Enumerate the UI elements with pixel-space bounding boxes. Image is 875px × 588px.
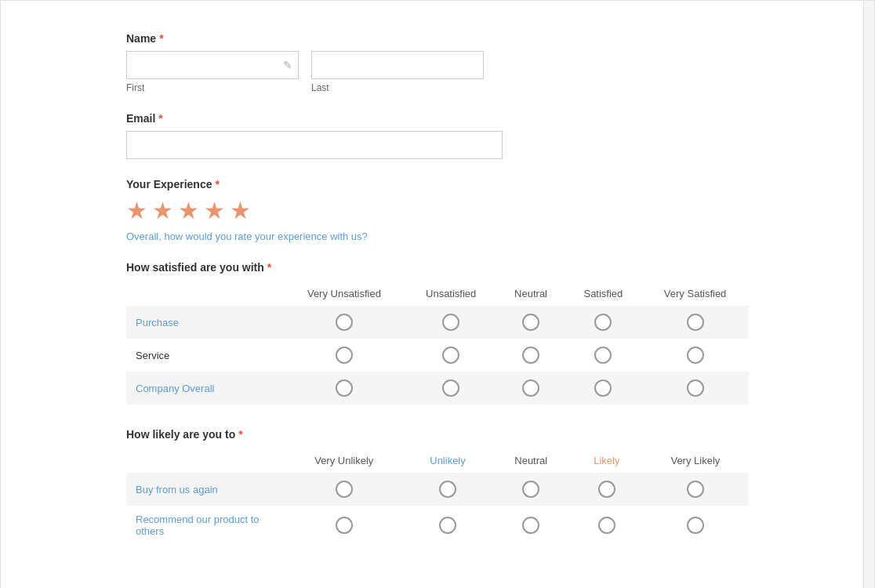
row-label-buy-again: Buy from us again bbox=[126, 473, 283, 506]
recommend-likely-radio[interactable] bbox=[598, 517, 615, 534]
buy-neutral-radio[interactable] bbox=[522, 481, 539, 498]
purchase-unsatisfied-cell bbox=[405, 306, 497, 339]
service-satisfied-cell bbox=[565, 339, 642, 372]
service-satisfied-radio[interactable] bbox=[594, 347, 612, 364]
star-5[interactable]: ★ bbox=[230, 197, 251, 224]
purchase-unsatisfied-radio[interactable] bbox=[442, 314, 459, 331]
row-label-service: Service bbox=[126, 339, 283, 372]
row-label-recommend: Recommend our product to others bbox=[126, 506, 283, 545]
likelihood-col-very-likely: Very Likely bbox=[642, 448, 749, 473]
recommend-unlikely-radio[interactable] bbox=[439, 517, 456, 534]
first-name-wrapper: ✎ bbox=[126, 51, 299, 79]
first-name-sublabel: First bbox=[126, 82, 299, 93]
company-satisfied-cell bbox=[565, 372, 642, 405]
email-input[interactable] bbox=[126, 131, 503, 159]
company-unsatisfied-cell bbox=[405, 372, 497, 405]
recommend-very-unlikely-cell bbox=[283, 506, 405, 545]
likelihood-table: Very Unlikely Unlikely Neutral Likely Ve… bbox=[126, 448, 749, 545]
service-unsatisfied-cell bbox=[405, 339, 497, 372]
service-very-unsatisfied-cell bbox=[283, 339, 405, 372]
stars-row: ★ ★ ★ ★ ★ bbox=[126, 197, 749, 224]
satisfaction-col-very-satisfied: Very Satisfied bbox=[641, 281, 749, 306]
satisfaction-col-label bbox=[126, 281, 283, 306]
purchase-neutral-radio[interactable] bbox=[522, 314, 539, 331]
service-very-unsatisfied-radio[interactable] bbox=[336, 347, 353, 364]
purchase-satisfied-radio[interactable] bbox=[594, 314, 612, 331]
company-very-unsatisfied-cell bbox=[283, 372, 405, 405]
likelihood-header-row: Very Unlikely Unlikely Neutral Likely Ve… bbox=[126, 448, 749, 473]
company-neutral-radio[interactable] bbox=[522, 379, 539, 397]
satisfaction-col-very-unsatisfied: Very Unsatisfied bbox=[283, 281, 405, 306]
recommend-unlikely-cell bbox=[405, 506, 491, 545]
first-name-input[interactable] bbox=[126, 51, 299, 79]
likelihood-col-unlikely: Unlikely bbox=[405, 448, 491, 473]
recommend-very-likely-radio[interactable] bbox=[687, 517, 704, 534]
star-1[interactable]: ★ bbox=[126, 197, 147, 224]
recommend-neutral-radio[interactable] bbox=[522, 517, 539, 534]
email-label: Email * bbox=[126, 112, 749, 125]
service-very-satisfied-cell bbox=[641, 339, 749, 372]
purchase-neutral-cell bbox=[497, 306, 565, 339]
scrollbar[interactable] bbox=[863, 1, 874, 588]
name-required-star: * bbox=[159, 32, 163, 45]
recommend-very-likely-cell bbox=[642, 506, 749, 545]
satisfaction-table: Very Unsatisfied Unsatisfied Neutral Sat… bbox=[126, 281, 749, 405]
name-label: Name * bbox=[126, 32, 749, 45]
purchase-very-unsatisfied-radio[interactable] bbox=[336, 314, 353, 331]
buy-very-unlikely-radio[interactable] bbox=[336, 481, 353, 498]
recommend-neutral-cell bbox=[491, 506, 572, 545]
last-name-field: Last bbox=[311, 51, 484, 93]
row-label-purchase: Purchase bbox=[126, 306, 283, 339]
service-neutral-radio[interactable] bbox=[522, 347, 539, 364]
buy-very-unlikely-cell bbox=[283, 473, 405, 506]
satisfaction-col-neutral: Neutral bbox=[497, 281, 565, 306]
likelihood-label: How likely are you to * bbox=[126, 428, 749, 441]
buy-very-likely-radio[interactable] bbox=[687, 481, 704, 498]
table-row: Recommend our product to others bbox=[126, 506, 749, 545]
buy-unlikely-radio[interactable] bbox=[439, 481, 456, 498]
table-row: Company Overall bbox=[126, 372, 749, 405]
experience-hint: Overall, how would you rate your experie… bbox=[126, 230, 749, 242]
buy-unlikely-cell bbox=[405, 473, 491, 506]
service-unsatisfied-radio[interactable] bbox=[442, 347, 459, 364]
buy-very-likely-cell bbox=[642, 473, 749, 506]
table-row: Buy from us again bbox=[126, 473, 749, 506]
likelihood-section: How likely are you to * Very Unlikely Un… bbox=[126, 428, 749, 545]
purchase-very-satisfied-radio[interactable] bbox=[687, 314, 704, 331]
likelihood-col-likely: Likely bbox=[572, 448, 642, 473]
last-name-input[interactable] bbox=[311, 51, 484, 79]
company-very-satisfied-cell bbox=[641, 372, 749, 405]
name-field-group: Name * ✎ First Last bbox=[126, 32, 749, 93]
company-unsatisfied-radio[interactable] bbox=[442, 379, 459, 397]
experience-label: Your Experience * bbox=[126, 178, 749, 191]
star-3[interactable]: ★ bbox=[178, 197, 199, 224]
star-4[interactable]: ★ bbox=[204, 197, 225, 224]
recommend-very-unlikely-radio[interactable] bbox=[336, 517, 353, 534]
satisfaction-label: How satisfied are you with * bbox=[126, 261, 749, 274]
star-2[interactable]: ★ bbox=[152, 197, 173, 224]
purchase-very-satisfied-cell bbox=[641, 306, 749, 339]
table-row: Service bbox=[126, 339, 749, 372]
satisfaction-header-row: Very Unsatisfied Unsatisfied Neutral Sat… bbox=[126, 281, 749, 306]
likelihood-col-label bbox=[126, 448, 283, 473]
service-very-satisfied-radio[interactable] bbox=[687, 347, 704, 364]
satisfaction-required-star: * bbox=[267, 261, 271, 274]
likelihood-required-star: * bbox=[238, 428, 242, 441]
company-neutral-cell bbox=[497, 372, 565, 405]
satisfaction-col-unsatisfied: Unsatisfied bbox=[405, 281, 497, 306]
likelihood-col-very-unlikely: Very Unlikely bbox=[283, 448, 405, 473]
buy-likely-cell bbox=[572, 473, 642, 506]
company-satisfied-radio[interactable] bbox=[594, 379, 612, 397]
satisfaction-col-satisfied: Satisfied bbox=[565, 281, 642, 306]
buy-likely-radio[interactable] bbox=[598, 481, 615, 498]
page-container: Name * ✎ First Last Email * Y bbox=[0, 0, 875, 588]
experience-required-star: * bbox=[215, 178, 219, 191]
table-row: Purchase bbox=[126, 306, 749, 339]
row-label-company-overall: Company Overall bbox=[126, 372, 283, 405]
email-required-star: * bbox=[158, 112, 162, 125]
company-very-unsatisfied-radio[interactable] bbox=[336, 379, 353, 397]
company-very-satisfied-radio[interactable] bbox=[687, 379, 704, 397]
recommend-likely-cell bbox=[572, 506, 642, 545]
last-name-sublabel: Last bbox=[311, 82, 484, 93]
purchase-satisfied-cell bbox=[565, 306, 642, 339]
